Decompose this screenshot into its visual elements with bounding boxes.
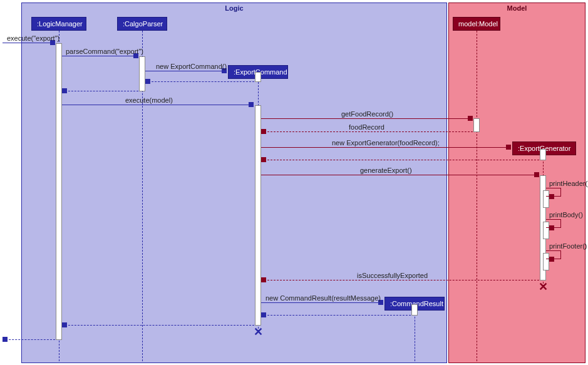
participant-calgo-parser: :CalgoParser <box>117 17 167 31</box>
arrowhead <box>62 88 67 93</box>
msg-generate-export <box>261 175 539 175</box>
lifeline-model <box>477 31 477 361</box>
arrowhead <box>549 225 554 230</box>
msg-return-1 <box>145 81 254 82</box>
msg-is-exported <box>261 280 539 280</box>
destroy-export-command: ✕ <box>254 325 263 339</box>
msg-new-export-command-label: new ExportCommand() <box>156 63 227 70</box>
msg-get-food-record-label: getFoodRecord() <box>341 110 393 118</box>
frame-logic-label: Logic <box>225 4 243 12</box>
arrowhead <box>549 257 554 262</box>
activation-export-command-2 <box>255 105 261 326</box>
msg-return-6 <box>3 339 55 340</box>
msg-get-food-record <box>261 118 473 119</box>
frame-logic: Logic <box>21 3 447 363</box>
arrowhead <box>145 79 150 84</box>
msg-execute-export-label: execute("export") <box>7 34 59 42</box>
msg-execute-export <box>3 43 55 43</box>
msg-is-exported-label: isSuccessfullyExported <box>357 272 428 279</box>
activation-command-result <box>411 304 418 316</box>
activation-logic-manager <box>56 43 62 340</box>
arrowhead <box>261 277 266 282</box>
arrowhead <box>261 157 266 162</box>
destroy-export-generator: ✕ <box>539 280 548 294</box>
msg-food-record-return-label: foodRecord <box>349 123 384 131</box>
frame-model-label: Model <box>507 4 527 12</box>
arrowhead <box>62 322 67 327</box>
activation-calgo-parser <box>139 56 145 91</box>
activation-export-command-1 <box>255 72 261 82</box>
arrowhead <box>534 172 539 177</box>
arrowhead <box>261 312 266 317</box>
msg-new-command-result-label: new CommandResult(resultMessage) <box>266 294 381 302</box>
msg-new-command-result <box>261 302 383 303</box>
arrowhead <box>261 129 266 134</box>
msg-execute-model-label: execute(model) <box>125 96 173 104</box>
msg-new-export-generator <box>261 147 511 148</box>
participant-logic-manager: :LogicManager <box>31 17 86 31</box>
msg-parse-command-label: parseCommand("export") <box>66 48 143 55</box>
msg-print-body-label: printBody() <box>549 211 583 218</box>
arrowhead <box>3 337 8 342</box>
arrowhead <box>468 116 473 121</box>
msg-execute-model <box>62 105 254 105</box>
activation-model <box>473 118 480 132</box>
msg-return-5 <box>62 325 254 326</box>
activation-export-gen-1 <box>540 149 546 160</box>
msg-return-3 <box>261 160 539 160</box>
msg-print-footer-label: printFooter() <box>549 242 587 250</box>
msg-new-export-command <box>145 71 227 71</box>
arrowhead <box>249 102 254 107</box>
msg-food-record-return <box>261 131 473 132</box>
arrowhead <box>506 145 511 150</box>
msg-new-export-generator-label: new ExportGenerator(foodRecord); <box>332 139 440 147</box>
msg-return-4 <box>261 315 411 316</box>
msg-return-2 <box>62 91 138 91</box>
msg-generate-export-label: generateExport() <box>360 167 412 174</box>
arrowhead <box>549 194 554 199</box>
lifeline-command-result <box>415 311 415 361</box>
msg-print-header-label: printHeader() <box>549 180 588 187</box>
msg-parse-command <box>62 56 138 56</box>
participant-model: model:Model <box>453 17 500 31</box>
